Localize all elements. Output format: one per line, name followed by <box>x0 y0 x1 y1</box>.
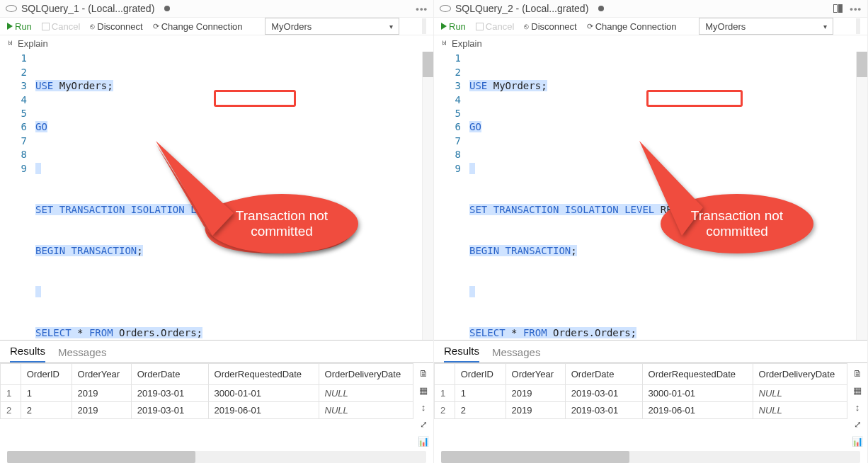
maximize-icon[interactable]: ⤢ <box>852 418 863 430</box>
results-tabs: Results Messages <box>0 341 433 363</box>
database-icon <box>6 5 17 12</box>
tab-title: SQLQuery_1 - (Local...grated) <box>21 3 154 14</box>
horizontal-scrollbar[interactable] <box>441 451 860 463</box>
results-tabs: Results Messages <box>434 341 867 363</box>
database-dropdown[interactable]: MyOrders ▾ <box>265 18 399 35</box>
explain-button[interactable]: ᢂ Explain <box>0 35 433 52</box>
tab-title: SQLQuery_2 - (Local...grated) <box>455 3 588 14</box>
explain-button[interactable]: ᢂ Explain <box>434 35 867 52</box>
database-icon <box>440 5 451 12</box>
disconnect-icon: ⎋ <box>524 22 529 30</box>
refresh-icon[interactable]: ↕ <box>418 401 429 413</box>
tab-results[interactable]: Results <box>444 345 479 362</box>
more-actions-icon[interactable]: ••• <box>850 4 862 14</box>
disconnect-icon: ⎋ <box>90 22 95 30</box>
tab-bar: SQLQuery_2 - (Local...grated) ••• <box>434 0 867 18</box>
tab-results[interactable]: Results <box>10 345 45 362</box>
query-toolbar: Run Cancel ⎋Disconnect ⟳Change Connectio… <box>0 18 433 35</box>
split-editor-icon[interactable] <box>833 4 843 13</box>
table-row[interactable]: 1 120192019-03-013000-01-01NULL <box>435 385 847 402</box>
unsaved-dot-icon <box>164 6 170 11</box>
editor-pane-left: SQLQuery_1 - (Local...grated) ••• Run Ca… <box>0 0 434 463</box>
more-actions-icon[interactable]: ••• <box>416 4 428 14</box>
export-excel-icon[interactable]: ▦ <box>418 384 429 396</box>
minimap-thumb[interactable] <box>423 52 433 77</box>
code-editor[interactable]: 123 456 789 USE MyOrders; GO SET TRANSAC… <box>0 52 433 340</box>
editor-pane-right: SQLQuery_2 - (Local...grated) ••• Run Ca… <box>434 0 868 463</box>
results-grid[interactable]: OrderIDOrderYearOrderDateOrderRequestedD… <box>434 363 847 447</box>
sync-icon: ⟳ <box>587 22 593 31</box>
change-connection-button[interactable]: ⟳Change Connection <box>587 21 677 32</box>
sync-icon: ⟳ <box>153 22 159 31</box>
code-editor[interactable]: 123 456 789 USE MyOrders; GO SET TRANSAC… <box>434 52 867 340</box>
explain-icon: ᢂ <box>7 39 15 49</box>
cancel-button: Cancel <box>42 21 80 32</box>
chevron-down-icon: ▾ <box>823 23 827 30</box>
explain-icon: ᢂ <box>441 39 449 49</box>
side-strip <box>422 18 426 34</box>
minimap-thumb[interactable] <box>857 52 867 77</box>
grid-side-toolbar: 🗎 ▦ ↕ ⤢ 📊 <box>847 363 867 447</box>
side-strip <box>856 18 860 34</box>
scrollbar-thumb[interactable] <box>7 451 195 463</box>
table-header-row: OrderIDOrderYearOrderDateOrderRequestedD… <box>435 364 847 385</box>
minimap[interactable] <box>422 52 433 340</box>
chart-icon[interactable]: 📊 <box>852 435 863 447</box>
export-csv-icon[interactable]: 🗎 <box>852 367 863 379</box>
disconnect-button[interactable]: ⎋Disconnect <box>90 21 142 32</box>
refresh-icon[interactable]: ↕ <box>852 401 863 413</box>
run-button[interactable]: Run <box>7 21 32 32</box>
export-excel-icon[interactable]: ▦ <box>852 384 863 396</box>
tab-messages[interactable]: Messages <box>492 346 540 362</box>
results-panel: Results Messages OrderIDOrderYearOrderDa… <box>0 340 433 463</box>
run-button[interactable]: Run <box>441 21 466 32</box>
results-grid[interactable]: OrderIDOrderYearOrderDateOrderRequestedD… <box>0 363 413 447</box>
tab-sqlquery1[interactable]: SQLQuery_1 - (Local...grated) <box>6 3 170 14</box>
disconnect-button[interactable]: ⎋Disconnect <box>524 21 576 32</box>
line-gutter: 123 456 789 <box>0 52 35 340</box>
results-panel: Results Messages OrderIDOrderYearOrderDa… <box>434 340 867 463</box>
tab-sqlquery2[interactable]: SQLQuery_2 - (Local...grated) <box>440 3 604 14</box>
database-dropdown[interactable]: MyOrders ▾ <box>699 18 833 35</box>
minimap[interactable] <box>856 52 867 340</box>
horizontal-scrollbar[interactable] <box>7 451 426 463</box>
tab-messages[interactable]: Messages <box>58 346 106 362</box>
table-row[interactable]: 2 220192019-03-012019-06-01NULL <box>435 402 847 419</box>
database-selected: MyOrders <box>705 21 746 32</box>
table-row[interactable]: 1 120192019-03-013000-01-01NULL <box>1 385 413 402</box>
scrollbar-thumb[interactable] <box>441 451 629 463</box>
grid-side-toolbar: 🗎 ▦ ↕ ⤢ 📊 <box>413 363 433 447</box>
code-area[interactable]: USE MyOrders; GO SET TRANSACTION ISOLATI… <box>35 52 422 340</box>
line-gutter: 123 456 789 <box>434 52 469 340</box>
table-header-row: OrderIDOrderYearOrderDateOrderRequestedD… <box>1 364 413 385</box>
cancel-button: Cancel <box>476 21 514 32</box>
chart-icon[interactable]: 📊 <box>418 435 429 447</box>
unsaved-dot-icon <box>598 6 604 11</box>
maximize-icon[interactable]: ⤢ <box>418 418 429 430</box>
table-row[interactable]: 2 220192019-03-012019-06-01NULL <box>1 402 413 419</box>
chevron-down-icon: ▾ <box>389 23 393 30</box>
export-csv-icon[interactable]: 🗎 <box>418 367 429 379</box>
tab-bar: SQLQuery_1 - (Local...grated) ••• <box>0 0 433 18</box>
code-area[interactable]: USE MyOrders; GO SET TRANSACTION ISOLATI… <box>469 52 856 340</box>
database-selected: MyOrders <box>271 21 312 32</box>
change-connection-button[interactable]: ⟳Change Connection <box>153 21 243 32</box>
query-toolbar: Run Cancel ⎋Disconnect ⟳Change Connectio… <box>434 18 867 35</box>
